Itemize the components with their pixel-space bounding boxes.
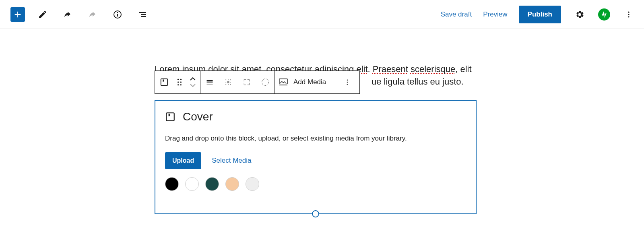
svg-point-5	[628, 16, 629, 17]
align-icon	[206, 78, 214, 86]
move-buttons	[186, 71, 200, 93]
topbar-right: Save draft Preview Publish	[441, 6, 636, 23]
svg-point-16	[225, 79, 226, 80]
chevron-up-icon[interactable]	[190, 77, 196, 81]
edit-button[interactable]	[35, 7, 50, 22]
svg-rect-6	[161, 79, 168, 86]
text: .	[368, 64, 373, 74]
topbar-left	[10, 7, 150, 22]
select-media-button[interactable]: Select Media	[212, 157, 251, 165]
resize-handle[interactable]	[312, 210, 319, 217]
block-more-button[interactable]	[335, 71, 359, 93]
color-swatch[interactable]	[185, 177, 199, 191]
cover-header: Cover	[165, 110, 466, 123]
undo-icon	[63, 10, 72, 19]
cover-title: Cover	[183, 110, 213, 123]
editor-topbar: Save draft Preview Publish	[0, 0, 644, 29]
block-type-button[interactable]	[155, 71, 173, 93]
svg-point-17	[228, 79, 229, 80]
add-media-button[interactable]: Add Media	[275, 71, 335, 93]
svg-point-18	[230, 79, 231, 80]
svg-point-3	[628, 11, 629, 12]
add-media-label: Add Media	[293, 78, 326, 86]
color-swatch[interactable]	[225, 177, 239, 191]
publish-button[interactable]: Publish	[519, 6, 561, 23]
preview-button[interactable]: Preview	[483, 10, 507, 19]
undo-button[interactable]	[60, 7, 75, 22]
block-toolbar: Add Media	[155, 70, 360, 94]
cover-block-icon	[165, 112, 175, 122]
cover-block[interactable]: Cover Drag and drop onto this block, upl…	[155, 100, 477, 214]
pencil-icon	[38, 10, 47, 19]
svg-rect-20	[227, 81, 229, 83]
svg-rect-2	[117, 12, 118, 13]
chevron-down-icon[interactable]	[190, 84, 196, 87]
plus-icon	[13, 10, 22, 19]
misspelling: scelerisque	[411, 64, 455, 74]
svg-rect-15	[207, 84, 213, 84]
svg-point-22	[225, 84, 226, 85]
svg-point-28	[347, 79, 348, 81]
svg-point-25	[262, 79, 269, 86]
kebab-icon	[344, 79, 351, 86]
svg-point-11	[178, 84, 179, 85]
drag-icon	[177, 79, 182, 86]
color-swatch[interactable]	[246, 177, 259, 191]
info-icon	[113, 10, 122, 19]
svg-point-19	[225, 82, 226, 83]
info-button[interactable]	[110, 7, 125, 22]
color-swatches	[165, 177, 466, 191]
misspelling: Praesent	[373, 64, 408, 74]
cover-description: Drag and drop onto this block, upload, o…	[165, 134, 466, 143]
more-options-button[interactable]	[621, 7, 636, 22]
add-block-button[interactable]	[10, 7, 25, 22]
color-swatch[interactable]	[205, 177, 219, 191]
redo-icon	[88, 10, 97, 19]
duotone-icon	[261, 78, 270, 87]
fullheight-button[interactable]	[237, 71, 256, 93]
cover-block-icon	[160, 78, 169, 87]
fullheight-icon	[243, 78, 251, 86]
duotone-button[interactable]	[256, 71, 275, 93]
grid-position-icon	[224, 78, 232, 86]
jetpack-icon	[600, 10, 608, 19]
outline-button[interactable]	[135, 7, 150, 22]
upload-button[interactable]: Upload	[165, 152, 201, 169]
align-button[interactable]	[200, 71, 219, 93]
svg-point-29	[347, 82, 348, 83]
svg-rect-13	[207, 80, 213, 81]
paragraph-block-line2: ue ligula tellus eu justo.	[372, 77, 464, 87]
svg-point-23	[228, 84, 229, 85]
svg-point-21	[230, 82, 231, 83]
kebab-icon	[625, 10, 633, 19]
redo-button[interactable]	[85, 7, 100, 22]
drag-handle[interactable]	[173, 71, 186, 93]
text: , elit	[455, 64, 471, 74]
content-position-button[interactable]	[219, 71, 237, 93]
media-icon	[279, 78, 288, 86]
cover-actions: Upload Select Media	[165, 152, 466, 169]
svg-point-9	[178, 81, 179, 83]
jetpack-button[interactable]	[598, 8, 610, 21]
svg-point-4	[628, 14, 629, 15]
outline-icon	[138, 10, 147, 19]
svg-rect-14	[207, 83, 213, 83]
color-swatch[interactable]	[165, 177, 179, 191]
svg-point-8	[180, 79, 182, 80]
svg-point-7	[178, 79, 179, 80]
gear-icon	[575, 10, 584, 19]
svg-point-30	[347, 84, 348, 85]
svg-point-24	[230, 84, 231, 85]
editor-canvas: Lorem ipsum dolor sit amet, consectetur …	[0, 29, 644, 35]
svg-point-10	[180, 81, 182, 83]
svg-rect-31	[166, 113, 174, 121]
save-draft-button[interactable]: Save draft	[441, 10, 472, 19]
svg-point-12	[180, 84, 182, 85]
svg-rect-1	[117, 14, 118, 17]
settings-button[interactable]	[572, 7, 587, 22]
